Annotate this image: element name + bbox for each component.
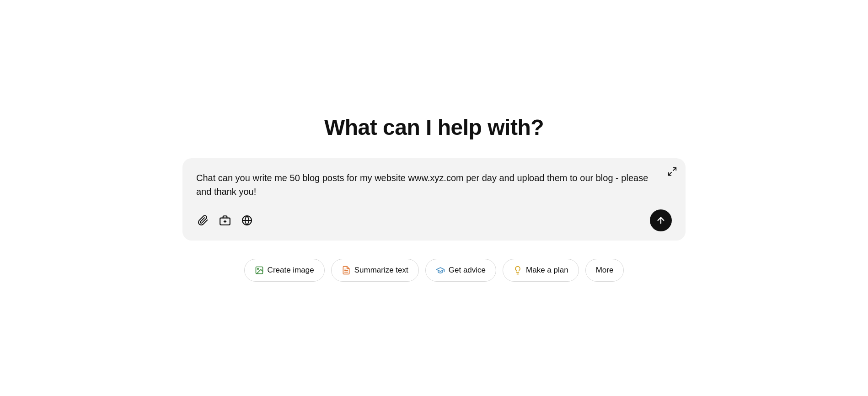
globe-icon[interactable] — [240, 214, 254, 227]
page-heading: What can I help with? — [324, 115, 544, 140]
create-image-button[interactable]: Create image — [244, 259, 325, 282]
expand-icon[interactable] — [667, 166, 677, 178]
svg-line-1 — [669, 172, 671, 175]
input-text[interactable]: Chat can you write me 50 blog posts for … — [196, 171, 672, 198]
toolbar — [196, 209, 672, 231]
toolbar-left — [196, 214, 254, 227]
graduation-icon — [436, 266, 445, 275]
document-icon — [342, 266, 351, 275]
attach-icon[interactable] — [196, 214, 210, 227]
main-container: What can I help with? Chat can you write… — [160, 115, 708, 282]
send-button[interactable] — [650, 209, 672, 231]
tools-icon[interactable] — [218, 214, 232, 227]
get-advice-button[interactable]: Get advice — [425, 259, 496, 282]
create-image-label: Create image — [268, 266, 314, 275]
make-a-plan-button[interactable]: Make a plan — [503, 259, 579, 282]
more-label: More — [596, 266, 614, 275]
svg-line-0 — [673, 167, 676, 170]
summarize-text-label: Summarize text — [354, 266, 408, 275]
input-area: Chat can you write me 50 blog posts for … — [182, 158, 686, 241]
suggestion-buttons: Create image Summarize text — [244, 259, 624, 282]
make-a-plan-label: Make a plan — [526, 266, 568, 275]
more-button[interactable]: More — [585, 259, 624, 282]
get-advice-label: Get advice — [449, 266, 486, 275]
bulb-icon — [513, 266, 522, 275]
svg-point-8 — [257, 268, 258, 269]
summarize-text-button[interactable]: Summarize text — [331, 259, 419, 282]
image-icon — [255, 266, 264, 275]
